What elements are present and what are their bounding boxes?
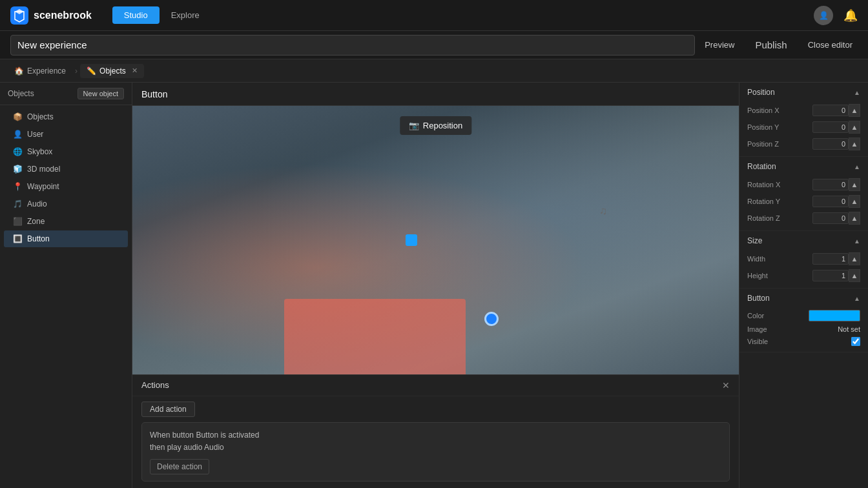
breadcrumb-tab-experience[interactable]: 🏠 Experience: [8, 64, 72, 78]
position-z-stepper: ▲: [812, 137, 860, 150]
rotation-collapse-icon: ▲: [854, 163, 860, 170]
rotation-x-stepper: ▲: [812, 178, 860, 191]
studio-nav-button[interactable]: Studio: [112, 6, 160, 24]
position-section-header[interactable]: Position ▲: [739, 83, 868, 102]
logo: scenebrook: [10, 6, 92, 25]
sidebar-items-group: 📦 Objects 👤 User 🌐 Skybox 🧊 3D model 📍 W…: [0, 105, 132, 250]
publish-button[interactable]: Publish: [750, 37, 792, 53]
logo-text: scenebrook: [34, 10, 92, 21]
breadcrumb-tab-objects[interactable]: ✏️ Objects ✕: [80, 64, 144, 78]
rotation-z-inc-button[interactable]: ▲: [849, 212, 860, 225]
height-row: Height ▲: [739, 267, 868, 284]
position-x-inc-button[interactable]: ▲: [849, 104, 860, 117]
breadcrumb-tabs: 🏠 Experience › ✏️ Objects ✕: [0, 59, 868, 83]
scene-button-object: [406, 234, 417, 246]
scene-zone-object: [284, 299, 466, 374]
width-stepper: ▲: [812, 252, 860, 265]
sidebar-item-audio[interactable]: 🎵 Audio: [4, 196, 128, 212]
sidebar-item-waypoint[interactable]: 📍 Waypoint: [4, 178, 128, 195]
3dmodel-icon: 🧊: [13, 165, 22, 174]
rotation-x-input[interactable]: [812, 179, 849, 190]
rotation-y-input[interactable]: [812, 196, 849, 207]
explore-nav-button[interactable]: Explore: [160, 6, 211, 24]
scene-audio-object: ♫: [599, 205, 607, 217]
edit-icon: ✏️: [87, 66, 96, 76]
width-row: Width ▲: [739, 250, 868, 267]
rotation-y-inc-button[interactable]: ▲: [849, 195, 860, 208]
rotation-section-header[interactable]: Rotation ▲: [739, 157, 868, 176]
avatar[interactable]: 👤: [814, 6, 833, 25]
actions-panel: Actions ✕ Add action When button Button …: [132, 374, 739, 488]
action-card: When button Button is activated then pla…: [141, 422, 730, 482]
width-input[interactable]: [812, 253, 849, 265]
right-panel: Position ▲ Position X ▲ Position Y ▲: [739, 83, 868, 488]
size-section-header[interactable]: Size ▲: [739, 231, 868, 250]
button-properties-section: Button ▲ Color Image Not set Visible: [739, 289, 868, 352]
reposition-icon: 📷: [409, 121, 419, 130]
title-bar: Preview Publish Close editor: [0, 31, 868, 59]
nav-right-area: 👤 🔔: [814, 6, 858, 25]
position-z-row: Position Z ▲: [739, 136, 868, 152]
color-swatch[interactable]: [809, 310, 860, 321]
breadcrumb-separator: ›: [75, 66, 78, 76]
size-section-body: Width ▲ Height ▲: [739, 250, 868, 288]
home-icon: 🏠: [14, 66, 24, 76]
button-props-collapse-icon: ▲: [854, 295, 860, 302]
sidebar-objects-label: Objects: [8, 89, 34, 98]
button-properties-body: Color Image Not set Visible: [739, 308, 868, 352]
position-y-input[interactable]: [812, 121, 849, 133]
sidebar-item-skybox[interactable]: 🌐 Skybox: [4, 143, 128, 160]
position-y-inc-button[interactable]: ▲: [849, 121, 860, 134]
titlebar-actions: Preview Publish Close editor: [699, 37, 858, 53]
color-row: Color: [739, 308, 868, 323]
top-navigation: scenebrook Studio Explore 👤 🔔: [0, 0, 868, 31]
rotation-z-input[interactable]: [812, 212, 849, 224]
tab-close-button[interactable]: ✕: [132, 66, 138, 75]
rotation-y-row: Rotation Y ▲: [739, 193, 868, 210]
audio-icon: 🎵: [13, 199, 22, 208]
position-x-stepper: ▲: [812, 104, 860, 117]
delete-action-button[interactable]: Delete action: [150, 459, 209, 474]
add-action-button[interactable]: Add action: [141, 402, 195, 417]
rotation-x-row: Rotation X ▲: [739, 176, 868, 193]
actions-panel-header: Actions ✕: [132, 375, 739, 396]
canvas-header: Button: [132, 83, 739, 106]
size-section: Size ▲ Width ▲ Height ▲: [739, 231, 868, 289]
scene-waypoint-object: [484, 312, 499, 326]
position-z-input[interactable]: [812, 138, 849, 150]
rotation-z-stepper: ▲: [812, 212, 860, 225]
zone-icon: ⬛: [13, 217, 22, 226]
visible-checkbox[interactable]: [851, 337, 860, 346]
height-input[interactable]: [812, 270, 849, 281]
button-properties-section-header[interactable]: Button ▲: [739, 289, 868, 308]
rotation-x-inc-button[interactable]: ▲: [849, 178, 860, 191]
rotation-z-row: Rotation Z ▲: [739, 210, 868, 227]
new-object-button[interactable]: New object: [78, 88, 124, 99]
image-row: Image Not set: [739, 323, 868, 335]
visible-row: Visible: [739, 335, 868, 348]
viewport[interactable]: ♫ 📷 Reposition: [132, 106, 739, 374]
sidebar-item-objects[interactable]: 📦 Objects: [4, 108, 128, 125]
position-section: Position ▲ Position X ▲ Position Y ▲: [739, 83, 868, 157]
close-actions-button[interactable]: ✕: [722, 380, 730, 391]
sidebar: Objects New object 📦 Objects 👤 User 🌐 Sk…: [0, 83, 132, 488]
sidebar-item-zone[interactable]: ⬛ Zone: [4, 213, 128, 230]
user-icon: 👤: [13, 130, 22, 139]
preview-button[interactable]: Preview: [699, 37, 739, 52]
sidebar-item-3dmodel[interactable]: 🧊 3D model: [4, 161, 128, 178]
rotation-section: Rotation ▲ Rotation X ▲ Rotation Y ▲: [739, 157, 868, 231]
size-collapse-icon: ▲: [854, 238, 860, 245]
canvas-title: Button: [141, 89, 167, 99]
notification-bell-icon[interactable]: 🔔: [843, 8, 858, 23]
position-z-inc-button[interactable]: ▲: [849, 137, 860, 150]
height-inc-button[interactable]: ▲: [849, 269, 860, 282]
position-section-body: Position X ▲ Position Y ▲ Position Z: [739, 102, 868, 156]
sidebar-item-button[interactable]: 🔳 Button: [4, 230, 128, 247]
position-x-input[interactable]: [812, 105, 849, 116]
width-inc-button[interactable]: ▲: [849, 252, 860, 265]
close-editor-button[interactable]: Close editor: [803, 37, 858, 52]
rotation-section-body: Rotation X ▲ Rotation Y ▲ Rotation Z: [739, 176, 868, 230]
reposition-button[interactable]: 📷 Reposition: [400, 116, 471, 135]
experience-title-input[interactable]: [10, 35, 695, 56]
sidebar-item-user[interactable]: 👤 User: [4, 126, 128, 143]
